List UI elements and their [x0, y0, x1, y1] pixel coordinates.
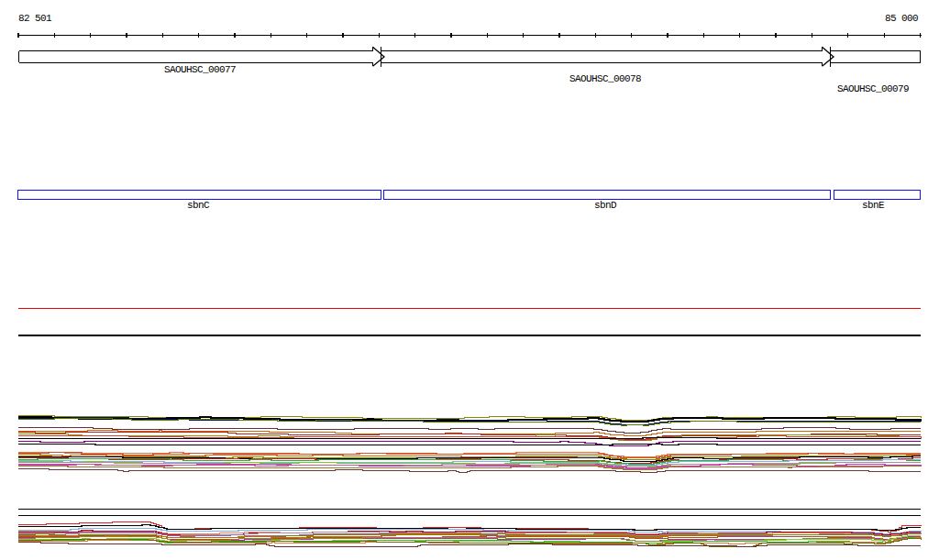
svg-text:82 501: 82 501	[18, 13, 52, 24]
svg-text:sbnC: sbnC	[187, 200, 210, 211]
svg-text:SAOUHSC_00078: SAOUHSC_00078	[569, 73, 641, 84]
svg-text:sbnE: sbnE	[862, 200, 885, 211]
svg-text:sbnD: sbnD	[594, 200, 617, 211]
svg-text:SAOUHSC_00079: SAOUHSC_00079	[837, 83, 909, 94]
svg-text:SAOUHSC_00077: SAOUHSC_00077	[164, 64, 236, 75]
svg-text:85 000: 85 000	[885, 13, 918, 24]
